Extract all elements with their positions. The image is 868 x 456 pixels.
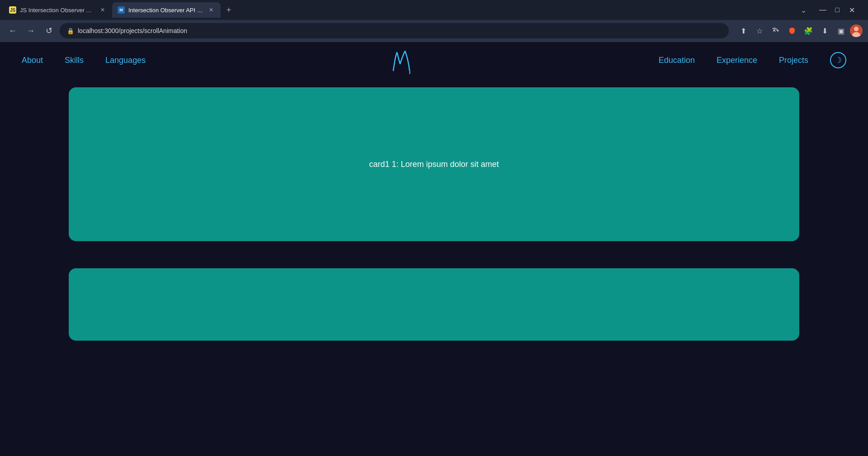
minimize-button[interactable]: — (817, 5, 828, 15)
translate-icon[interactable] (769, 24, 783, 38)
toolbar-icons: ⬆ ☆ 🧩 ⬇ ▣ (736, 24, 863, 38)
nav-link-languages[interactable]: Languages (105, 56, 146, 65)
card-2 (69, 268, 799, 341)
card-1: card1 1: Lorem ipsum dolor sit amet (69, 87, 799, 241)
page-content: About Skills Languages Education Experie… (0, 42, 868, 449)
tab-expand-button[interactable]: ⌄ (797, 4, 810, 16)
window-controls: — □ ✕ (810, 5, 864, 15)
card-1-text: card1 1: Lorem ipsum dolor sit amet (369, 160, 499, 169)
tab-bar: JS JS Intersection Observer API ✕ M Inte… (0, 0, 868, 20)
download-icon[interactable]: ⬇ (817, 24, 832, 38)
nav-link-about[interactable]: About (22, 56, 43, 65)
tab-1[interactable]: JS JS Intersection Observer API ✕ (4, 2, 112, 18)
address-text: localhost:3000/projects/scrollAnimation (78, 27, 722, 34)
logo (389, 46, 416, 75)
tab-2-label: Intersection Observer API - Web (128, 7, 203, 14)
nav-link-experience[interactable]: Experience (717, 56, 757, 65)
new-tab-button[interactable]: + (222, 4, 235, 16)
tab-1-favicon: JS (9, 6, 16, 14)
nav-link-education[interactable]: Education (659, 56, 695, 65)
tab-2-favicon: M (118, 6, 125, 14)
back-button[interactable]: ← (5, 24, 20, 38)
tab-1-close[interactable]: ✕ (99, 6, 107, 14)
nav-link-projects[interactable]: Projects (779, 56, 808, 65)
tab-2-close[interactable]: ✕ (207, 6, 215, 14)
nav-link-skills[interactable]: Skills (65, 56, 84, 65)
address-bar[interactable]: 🔒 localhost:3000/projects/scrollAnimatio… (60, 23, 729, 38)
extension-icon[interactable]: 🧩 (801, 24, 816, 38)
lock-icon: 🔒 (67, 28, 74, 34)
split-icon[interactable]: ▣ (834, 24, 848, 38)
nav-right: Education Experience Projects ☽ (659, 52, 846, 68)
forward-button[interactable]: → (24, 24, 38, 38)
navbar: About Skills Languages Education Experie… (0, 42, 868, 78)
browser-chrome: JS JS Intersection Observer API ✕ M Inte… (0, 0, 868, 42)
refresh-button[interactable]: ↺ (42, 24, 56, 38)
brave-icon[interactable] (785, 24, 799, 38)
nav-center (146, 46, 659, 75)
share-icon[interactable]: ⬆ (736, 24, 750, 38)
address-bar-row: ← → ↺ 🔒 localhost:3000/projects/scrollAn… (0, 20, 868, 42)
profile-avatar[interactable] (850, 24, 863, 37)
theme-toggle-button[interactable]: ☽ (830, 52, 846, 68)
nav-left: About Skills Languages (22, 56, 146, 65)
star-icon[interactable]: ☆ (752, 24, 767, 38)
tab-2[interactable]: M Intersection Observer API - Web ✕ (112, 2, 221, 18)
close-button[interactable]: ✕ (846, 5, 857, 15)
cards-container: card1 1: Lorem ipsum dolor sit amet (0, 78, 868, 341)
tab-1-label: JS Intersection Observer API (20, 7, 95, 14)
maximize-button[interactable]: □ (832, 5, 843, 15)
